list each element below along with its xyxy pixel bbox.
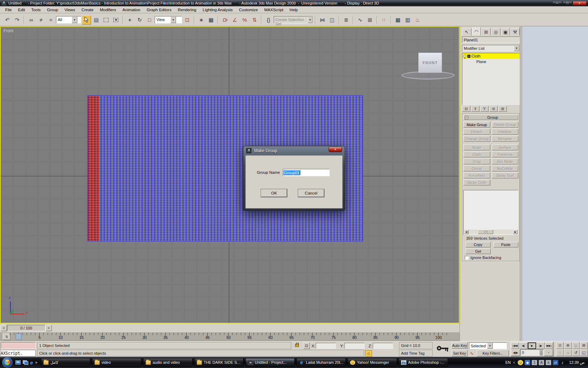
- tab-motion[interactable]: ◎: [491, 28, 500, 35]
- range-next-button[interactable]: >: [46, 325, 52, 331]
- window-crossing-icon[interactable]: [111, 15, 120, 25]
- select-and-scale-icon[interactable]: □: [145, 15, 154, 25]
- tray-icon[interactable]: ◆: [525, 360, 530, 365]
- percent-snap-icon[interactable]: %: [240, 15, 249, 25]
- show-end-result-icon[interactable]: ‖: [471, 106, 479, 112]
- tray-icon[interactable]: 1: [532, 360, 537, 365]
- viewcube[interactable]: FRONT: [418, 53, 442, 73]
- internet-explorer-icon[interactable]: e: [30, 360, 33, 366]
- task-button[interactable]: e Lailat Muharram 20t...: [296, 358, 346, 367]
- play-button[interactable]: ▶: [528, 342, 537, 349]
- collapse-icon[interactable]: −: [465, 116, 468, 119]
- tab-create[interactable]: ↖: [462, 28, 471, 35]
- select-and-rotate-icon[interactable]: ↻: [135, 15, 144, 25]
- chevron-down-icon[interactable]: ▼: [170, 16, 176, 23]
- menu-item[interactable]: Rendering: [175, 7, 200, 13]
- maxscript-mini-listener[interactable]: [1, 342, 36, 349]
- scrollbar-thumb[interactable]: [478, 230, 493, 234]
- render-production-icon[interactable]: ♨: [413, 15, 422, 25]
- go-to-start-button[interactable]: |◀◀: [511, 342, 519, 349]
- task-button[interactable]: Ps Adobe Photoshop -...: [399, 358, 448, 367]
- scroll-left-icon[interactable]: ◀: [464, 230, 469, 234]
- menu-item[interactable]: Create: [78, 7, 97, 13]
- menu-item[interactable]: Lighting Analysis: [200, 7, 236, 13]
- group-rollout-header[interactable]: − Group: [463, 115, 518, 120]
- adaptive-degradation-icon[interactable]: ◇: [365, 350, 372, 356]
- group-rollout-button[interactable]: Preserve: [492, 151, 519, 157]
- frame-range-display[interactable]: 0 / 100: [7, 325, 46, 331]
- tab-utilities[interactable]: ⚒: [510, 28, 520, 35]
- close-button[interactable]: ×: [573, 1, 587, 6]
- group-rollout-button[interactable]: Delete Group: [492, 122, 519, 128]
- task-button[interactable]: audio and video: [143, 358, 192, 367]
- tray-icon[interactable]: ±: [546, 360, 551, 365]
- task-button[interactable]: ☺ Yahoo! Messenger: [348, 358, 397, 367]
- zoom-extents-icon[interactable]: □: [572, 342, 580, 349]
- spinner-down-icon[interactable]: ▼: [540, 353, 543, 356]
- task-button[interactable]: كامل: [41, 358, 90, 367]
- x-coordinate-field[interactable]: [316, 343, 336, 349]
- task-button[interactable]: THE DARK SIDE SE...: [194, 358, 244, 367]
- tab-hierarchy[interactable]: ⊞: [481, 28, 491, 35]
- add-time-tag[interactable]: Add Time Tag: [399, 350, 433, 356]
- group-rollout-button[interactable]: Node: [463, 144, 490, 150]
- stack-item-plane[interactable]: Plane: [462, 59, 519, 64]
- show-desktop-icon[interactable]: [15, 360, 21, 364]
- tray-chevron-icon[interactable]: <: [513, 361, 515, 364]
- copy-button[interactable]: Copy: [465, 242, 491, 247]
- remove-modifier-icon[interactable]: ⊘: [489, 106, 498, 112]
- group-rollout-button[interactable]: Cloth: [463, 151, 490, 157]
- time-slider[interactable]: [16, 333, 21, 340]
- current-frame-field[interactable]: 0 ▲▼: [520, 349, 544, 356]
- group-rollout-button[interactable]: NoCollide: [492, 165, 519, 171]
- timeline-ruler[interactable]: ⇅ 05101520253035404550556065707580859095…: [0, 333, 460, 341]
- group-rollout-button[interactable]: Surface: [492, 144, 519, 150]
- previous-frame-button[interactable]: ◀|: [519, 342, 527, 349]
- tray-icon[interactable]: ♪: [560, 360, 565, 365]
- spinner-up-icon[interactable]: ▲: [540, 350, 543, 353]
- lightbulb-icon[interactable]: [463, 55, 466, 57]
- align-icon[interactable]: ◫: [328, 15, 337, 25]
- chevron-down-icon[interactable]: ▼: [487, 343, 493, 349]
- maximize-button[interactable]: □: [562, 1, 572, 6]
- selection-lock-icon[interactable]: [295, 344, 299, 347]
- orbit-icon[interactable]: ↺: [572, 349, 580, 356]
- create-selection-set-dropdown[interactable]: Create Selection Set ▼: [274, 16, 313, 23]
- menu-item[interactable]: Customize: [236, 7, 261, 13]
- menu-item[interactable]: Animation: [119, 7, 144, 13]
- menu-item[interactable]: MAXScript: [261, 7, 286, 13]
- reference-coordinate-system-dropdown[interactable]: View ▼: [155, 16, 182, 23]
- select-and-manipulate-icon[interactable]: ∗: [197, 15, 206, 25]
- undo-icon[interactable]: ↶: [3, 15, 12, 25]
- menu-item[interactable]: Modifiers: [97, 7, 119, 13]
- paste-button[interactable]: Paste: [493, 242, 519, 247]
- group-rollout-button[interactable]: Sticky Cloth: [463, 179, 490, 185]
- z-coordinate-field[interactable]: [373, 343, 393, 349]
- menu-item[interactable]: Group: [44, 7, 61, 13]
- curve-editor-icon[interactable]: ∿: [356, 15, 365, 25]
- select-by-name-icon[interactable]: ▤: [92, 15, 101, 25]
- selection-filter-dropdown[interactable]: All ▼: [56, 16, 81, 23]
- horizontal-scrollbar[interactable]: ◀ ▶: [464, 230, 518, 234]
- task-button[interactable]: M Untitled - Project...: [245, 358, 295, 367]
- time-configuration-icon[interactable]: ◔: [544, 349, 553, 356]
- snaps-toggle-icon[interactable]: Ω3: [220, 15, 230, 25]
- angle-snap-icon[interactable]: ∠: [230, 15, 239, 25]
- bind-to-space-warp-icon[interactable]: ≈: [46, 15, 55, 25]
- quick-launch-overflow-icon[interactable]: »: [35, 360, 37, 365]
- group-name-input[interactable]: Group01: [283, 169, 330, 176]
- tray-icon[interactable]: ☺: [518, 360, 523, 365]
- spinner-snap-icon[interactable]: ⇅: [250, 15, 259, 25]
- material-editor-icon[interactable]: ∷: [379, 15, 388, 25]
- make-unique-icon[interactable]: Y: [480, 106, 489, 112]
- zoom-extents-all-icon[interactable]: ⊞: [580, 342, 588, 349]
- next-frame-button[interactable]: |▶: [537, 342, 545, 349]
- stack-item-cloth[interactable]: + Cloth: [462, 53, 519, 59]
- object-name-field[interactable]: Plane01: [462, 36, 520, 43]
- group-rollout-button[interactable]: Forcefield: [463, 172, 490, 178]
- viewport-label[interactable]: Front: [4, 28, 13, 33]
- modifier-list-dropdown[interactable]: Modifier List ▼: [462, 45, 520, 52]
- group-rollout-button[interactable]: Group: [463, 165, 490, 171]
- layer-manager-icon[interactable]: ≣: [342, 15, 351, 25]
- tab-display[interactable]: ▣: [501, 28, 510, 35]
